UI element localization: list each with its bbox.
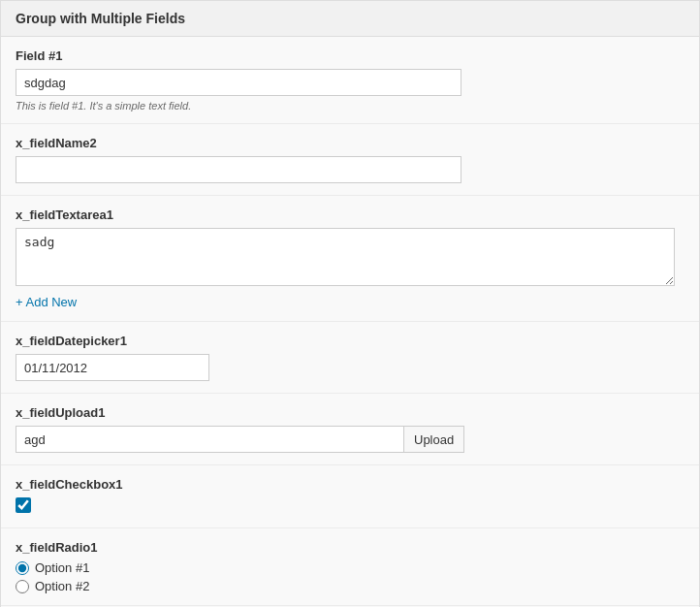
textarea1-label: x_fieldTextarea1 — [16, 208, 684, 222]
field2-input[interactable] — [16, 156, 461, 183]
add-new-link[interactable]: + Add New — [16, 295, 77, 309]
field1-label: Field #1 — [16, 48, 684, 63]
radio1-option2-input[interactable] — [16, 580, 29, 593]
checkbox1-input[interactable] — [16, 497, 31, 513]
radio1-option1-input[interactable] — [16, 561, 29, 575]
radio1-option1-label: Option #1 — [35, 560, 89, 575]
radio1-option2-label: Option #2 — [35, 579, 89, 593]
checkbox1-label: x_fieldCheckbox1 — [16, 477, 684, 492]
radio-option-1[interactable]: Option #1 — [16, 560, 684, 575]
field-group-radio1: x_fieldRadio1 Option #1 Option #2 — [1, 528, 699, 606]
upload-row: Upload — [16, 426, 684, 453]
panel-header: Group with Multiple Fields — [1, 1, 699, 37]
radio-option-2[interactable]: Option #2 — [16, 579, 684, 593]
datepicker1-input[interactable] — [16, 354, 209, 381]
field2-label: x_fieldName2 — [16, 136, 684, 150]
field-group-1: Field #1 This is field #1. It's a simple… — [1, 37, 699, 124]
field-group-textarea1: x_fieldTextarea1 sadg + Add New — [1, 196, 699, 322]
radio1-group: Option #1 Option #2 — [16, 560, 684, 593]
field1-input[interactable] — [16, 69, 461, 96]
datepicker1-label: x_fieldDatepicker1 — [16, 334, 684, 348]
textarea1-input[interactable]: sadg — [16, 228, 675, 286]
field-group-datepicker1: x_fieldDatepicker1 — [1, 322, 699, 394]
field-group-2: x_fieldName2 — [1, 124, 699, 196]
upload1-input[interactable] — [16, 426, 403, 453]
field1-description: This is field #1. It's a simple text fie… — [16, 100, 684, 112]
main-panel: Group with Multiple Fields Field #1 This… — [0, 0, 700, 607]
panel-title: Group with Multiple Fields — [16, 11, 185, 26]
field-group-upload1: x_fieldUpload1 Upload — [1, 394, 699, 465]
field-group-checkbox1: x_fieldCheckbox1 — [1, 465, 699, 528]
upload-button[interactable]: Upload — [403, 426, 464, 453]
upload1-label: x_fieldUpload1 — [16, 405, 684, 420]
radio1-label: x_fieldRadio1 — [16, 540, 684, 555]
panel-body: Field #1 This is field #1. It's a simple… — [1, 37, 699, 607]
